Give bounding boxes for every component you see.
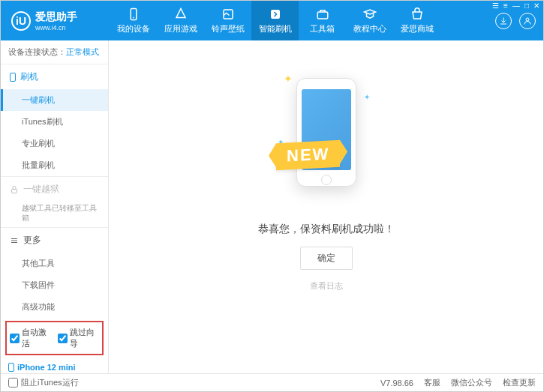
user-button[interactable] xyxy=(519,13,536,29)
sparkle-icon: ✦ xyxy=(364,93,370,101)
window-controls: ☰ ≡ — □ ✕ xyxy=(492,1,539,10)
sidebar-title: 更多 xyxy=(23,234,41,247)
menu-icon xyxy=(10,236,19,245)
phone-home-button xyxy=(321,175,332,185)
success-message: 恭喜您，保资料刷机成功啦！ xyxy=(258,223,395,236)
options-highlight-box: 自动激活 跳过向导 xyxy=(5,321,104,355)
sidebar-item-pro-flash[interactable]: 专业刷机 xyxy=(1,133,108,154)
store-icon xyxy=(410,7,424,21)
status-label: 设备连接状态： xyxy=(8,47,66,56)
nav-store[interactable]: 爱思商城 xyxy=(393,1,440,40)
nav-label: 教程中心 xyxy=(353,23,386,34)
body: 设备连接状态：正常模式 刷机 一键刷机 iTunes刷机 专业刷机 批量刷机 一… xyxy=(1,40,543,373)
sidebar-item-batch-flash[interactable]: 批量刷机 xyxy=(1,154,108,176)
lock-icon[interactable]: ≡ xyxy=(503,1,508,10)
close-icon[interactable]: ✕ xyxy=(533,1,539,10)
sidebar: 设备连接状态：正常模式 刷机 一键刷机 iTunes刷机 专业刷机 批量刷机 一… xyxy=(1,40,109,373)
maximize-icon[interactable]: □ xyxy=(524,1,529,10)
skip-guide-checkbox[interactable]: 跳过向导 xyxy=(58,327,100,349)
nav-label: 爱思商城 xyxy=(401,23,434,34)
sidebar-item-advanced[interactable]: 高级功能 xyxy=(1,296,108,318)
apps-icon xyxy=(174,7,188,21)
nav-apps[interactable]: 应用游戏 xyxy=(157,1,204,40)
sidebar-title: 刷机 xyxy=(20,70,38,83)
titlebar: iU 爱思助手 www.i4.cn 我的设备 应用游戏 铃声壁纸 智能刷机 xyxy=(1,1,543,40)
sidebar-item-oneclick-flash[interactable]: 一键刷机 xyxy=(1,89,108,111)
device-name: iPhone 12 mini xyxy=(8,363,101,372)
brand-url: www.i4.cn xyxy=(35,24,77,31)
success-illustration: ✦ ✦ ✦ NEW xyxy=(270,67,383,209)
auto-activate-checkbox[interactable]: 自动激活 xyxy=(10,327,52,349)
footer-right: V7.98.66 客服 微信公众号 检查更新 xyxy=(380,377,536,388)
device-panel[interactable]: iPhone 12 mini 64GB Down-12mini-13,1 xyxy=(1,358,108,373)
titlebar-actions xyxy=(495,13,543,29)
support-link[interactable]: 客服 xyxy=(424,377,440,388)
device-name-text: iPhone 12 mini xyxy=(17,363,76,372)
nav-toolbox[interactable]: 工具箱 xyxy=(299,1,346,40)
nav-my-device[interactable]: 我的设备 xyxy=(110,1,157,40)
version-label: V7.98.66 xyxy=(380,379,413,388)
sidebar-item-other-tools[interactable]: 其他工具 xyxy=(1,253,108,274)
user-icon xyxy=(523,16,532,25)
footer: 阻止iTunes运行 V7.98.66 客服 微信公众号 检查更新 xyxy=(1,373,543,391)
toolbox-icon xyxy=(316,7,329,21)
checkbox-label: 跳过向导 xyxy=(70,327,100,349)
brand-logo[interactable]: iU 爱思助手 www.i4.cn xyxy=(1,10,110,31)
logo-icon: iU xyxy=(11,11,31,31)
connection-status: 设备连接状态：正常模式 xyxy=(1,40,108,64)
sidebar-jailbreak-header[interactable]: 一键越狱 xyxy=(1,176,108,202)
view-log-link[interactable]: 查看日志 xyxy=(310,280,343,292)
main-content: ✦ ✦ ✦ NEW 恭喜您，保资料刷机成功啦！ 确定 查看日志 xyxy=(109,40,543,373)
brand-name: 爱思助手 xyxy=(35,10,77,24)
checkbox-label: 自动激活 xyxy=(22,327,52,349)
menu-icon[interactable]: ☰ xyxy=(492,1,499,10)
tutorial-icon xyxy=(363,7,377,21)
svg-rect-3 xyxy=(271,10,280,19)
phone-icon xyxy=(8,363,14,372)
nav-label: 应用游戏 xyxy=(164,23,197,34)
skip-guide-input[interactable] xyxy=(58,334,68,343)
block-itunes-checkbox[interactable]: 阻止iTunes运行 xyxy=(8,377,79,388)
status-mode: 正常模式 xyxy=(66,47,99,56)
download-button[interactable] xyxy=(495,13,512,29)
svg-point-5 xyxy=(526,18,529,21)
phone-icon xyxy=(10,73,16,82)
nav-label: 铃声壁纸 xyxy=(212,23,245,34)
nav-label: 工具箱 xyxy=(310,23,335,34)
svg-rect-4 xyxy=(317,12,328,19)
auto-activate-input[interactable] xyxy=(10,334,20,343)
checkbox-label: 阻止iTunes运行 xyxy=(21,377,79,388)
nav-ringtones[interactable]: 铃声壁纸 xyxy=(204,1,251,40)
svg-rect-6 xyxy=(12,189,17,193)
wechat-link[interactable]: 微信公众号 xyxy=(451,377,492,388)
phone-icon xyxy=(127,7,140,21)
sidebar-more-header[interactable]: 更多 xyxy=(1,227,108,253)
flash-icon xyxy=(269,7,282,21)
sidebar-title: 一键越狱 xyxy=(23,183,59,196)
download-icon xyxy=(499,16,508,25)
sparkle-icon: ✦ xyxy=(284,73,293,85)
nav-flash[interactable]: 智能刷机 xyxy=(251,1,299,40)
nav-label: 智能刷机 xyxy=(259,23,292,34)
nav-tutorials[interactable]: 教程中心 xyxy=(346,1,393,40)
lock-icon xyxy=(10,185,19,194)
nav-label: 我的设备 xyxy=(117,23,150,34)
wallpaper-icon xyxy=(221,7,235,21)
jailbreak-note: 越狱工具已转移至工具箱 xyxy=(1,202,108,227)
confirm-button[interactable]: 确定 xyxy=(300,247,353,270)
sidebar-item-itunes-flash[interactable]: iTunes刷机 xyxy=(1,111,108,133)
sidebar-flash-header[interactable]: 刷机 xyxy=(1,64,108,89)
sidebar-item-download-firmware[interactable]: 下载固件 xyxy=(1,274,108,296)
block-itunes-input[interactable] xyxy=(8,378,18,388)
check-update-link[interactable]: 检查更新 xyxy=(503,377,536,388)
app-window: ☰ ≡ — □ ✕ iU 爱思助手 www.i4.cn 我的设备 应用游戏 铃声… xyxy=(0,0,544,392)
new-ribbon: NEW xyxy=(276,140,340,170)
minimize-icon[interactable]: — xyxy=(512,1,520,10)
main-nav: 我的设备 应用游戏 铃声壁纸 智能刷机 工具箱 教程中心 xyxy=(110,1,495,40)
